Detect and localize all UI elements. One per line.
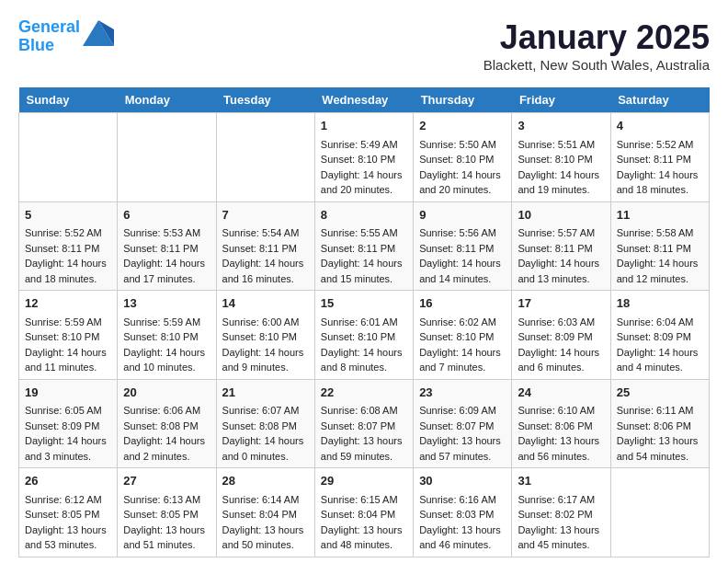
calendar-cell: 28Sunrise: 6:14 AMSunset: 8:04 PMDayligh… xyxy=(216,468,314,557)
calendar-cell: 13Sunrise: 5:59 AMSunset: 8:10 PMDayligh… xyxy=(118,291,216,380)
day-number: 19 xyxy=(25,384,111,402)
day-info: Sunset: 8:06 PM xyxy=(518,419,604,434)
calendar-cell xyxy=(216,113,314,202)
weekday-header: Wednesday xyxy=(314,87,413,113)
logo-icon xyxy=(83,20,114,46)
day-number: 29 xyxy=(321,472,407,490)
logo-line1: General xyxy=(18,17,80,36)
calendar-cell: 21Sunrise: 6:07 AMSunset: 8:08 PMDayligh… xyxy=(216,379,314,468)
day-info: Sunrise: 5:58 AM xyxy=(617,225,703,241)
calendar-cell xyxy=(610,468,709,557)
calendar-week-row: 19Sunrise: 6:05 AMSunset: 8:09 PMDayligh… xyxy=(19,379,710,468)
page-header: General Blue January 2025 Blackett, New … xyxy=(18,18,710,73)
day-info: Sunrise: 6:03 AM xyxy=(518,315,604,330)
day-info: Sunset: 8:11 PM xyxy=(419,241,506,257)
day-info: Sunset: 8:11 PM xyxy=(617,241,703,257)
calendar-cell: 22Sunrise: 6:08 AMSunset: 8:07 PMDayligh… xyxy=(314,379,413,468)
day-info: Daylight: 14 hours and 8 minutes. xyxy=(321,345,407,375)
day-info: Daylight: 14 hours and 10 minutes. xyxy=(123,345,210,375)
day-info: Daylight: 14 hours and 17 minutes. xyxy=(123,256,210,286)
day-number: 10 xyxy=(518,206,604,224)
day-info: Daylight: 14 hours and 11 minutes. xyxy=(25,345,111,375)
day-info: Sunrise: 5:59 AM xyxy=(123,315,210,330)
logo-text: General Blue xyxy=(18,18,80,55)
day-info: Daylight: 13 hours and 54 minutes. xyxy=(617,433,703,464)
day-info: Sunset: 8:04 PM xyxy=(222,507,309,523)
day-info: Sunrise: 6:16 AM xyxy=(419,492,506,508)
day-number: 25 xyxy=(617,384,703,402)
day-info: Daylight: 14 hours and 19 minutes. xyxy=(518,167,604,198)
day-info: Daylight: 14 hours and 18 minutes. xyxy=(617,167,703,198)
day-info: Sunrise: 5:57 AM xyxy=(518,225,604,241)
day-info: Sunrise: 6:07 AM xyxy=(222,403,309,419)
calendar-cell: 31Sunrise: 6:17 AMSunset: 8:02 PMDayligh… xyxy=(512,468,610,557)
day-number: 20 xyxy=(123,384,210,402)
calendar-week-row: 1Sunrise: 5:49 AMSunset: 8:10 PMDaylight… xyxy=(19,113,710,202)
day-info: Sunset: 8:08 PM xyxy=(123,419,210,434)
day-info: Sunrise: 6:01 AM xyxy=(321,315,407,330)
calendar-cell: 15Sunrise: 6:01 AMSunset: 8:10 PMDayligh… xyxy=(314,291,413,380)
day-info: Sunrise: 6:10 AM xyxy=(518,403,604,419)
day-info: Sunset: 8:11 PM xyxy=(123,241,210,257)
day-info: Sunset: 8:11 PM xyxy=(617,152,703,167)
day-info: Sunset: 8:09 PM xyxy=(617,329,703,345)
day-number: 28 xyxy=(222,472,309,490)
day-info: Sunset: 8:10 PM xyxy=(25,329,111,345)
day-info: Sunrise: 5:56 AM xyxy=(419,225,506,241)
day-number: 31 xyxy=(518,472,604,490)
weekday-header: Friday xyxy=(512,87,610,113)
logo: General Blue xyxy=(18,18,114,55)
calendar-cell: 18Sunrise: 6:04 AMSunset: 8:09 PMDayligh… xyxy=(610,291,709,380)
day-number: 26 xyxy=(25,472,111,490)
calendar-week-row: 12Sunrise: 5:59 AMSunset: 8:10 PMDayligh… xyxy=(19,291,710,380)
day-info: Sunrise: 6:04 AM xyxy=(617,315,703,330)
day-info: Daylight: 13 hours and 46 minutes. xyxy=(419,523,506,553)
location: Blackett, New South Wales, Australia xyxy=(483,57,710,73)
day-number: 3 xyxy=(518,117,604,135)
day-info: Daylight: 13 hours and 51 minutes. xyxy=(123,523,210,553)
day-info: Sunset: 8:10 PM xyxy=(222,329,309,345)
weekday-header-row: SundayMondayTuesdayWednesdayThursdayFrid… xyxy=(19,87,710,113)
day-info: Daylight: 14 hours and 15 minutes. xyxy=(321,256,407,286)
calendar-cell: 3Sunrise: 5:51 AMSunset: 8:10 PMDaylight… xyxy=(512,113,610,202)
day-info: Daylight: 13 hours and 59 minutes. xyxy=(321,433,407,464)
day-info: Sunset: 8:05 PM xyxy=(25,507,111,523)
day-info: Daylight: 14 hours and 9 minutes. xyxy=(222,345,309,375)
day-info: Daylight: 14 hours and 3 minutes. xyxy=(25,433,111,464)
day-number: 6 xyxy=(123,206,210,224)
month-title: January 2025 xyxy=(483,18,710,57)
day-info: Sunrise: 6:06 AM xyxy=(123,403,210,419)
day-info: Sunrise: 6:14 AM xyxy=(222,492,309,508)
day-info: Sunset: 8:05 PM xyxy=(123,507,210,523)
day-info: Sunset: 8:10 PM xyxy=(123,329,210,345)
calendar-cell: 10Sunrise: 5:57 AMSunset: 8:11 PMDayligh… xyxy=(512,201,610,291)
weekday-header: Monday xyxy=(118,87,216,113)
calendar-cell: 14Sunrise: 6:00 AMSunset: 8:10 PMDayligh… xyxy=(216,291,314,380)
day-info: Daylight: 14 hours and 2 minutes. xyxy=(123,433,210,464)
calendar-cell: 24Sunrise: 6:10 AMSunset: 8:06 PMDayligh… xyxy=(512,379,610,468)
day-info: Sunset: 8:11 PM xyxy=(222,241,309,257)
day-info: Sunrise: 5:52 AM xyxy=(617,137,703,153)
calendar-cell: 6Sunrise: 5:53 AMSunset: 8:11 PMDaylight… xyxy=(118,201,216,291)
day-number: 1 xyxy=(321,117,407,135)
day-info: Daylight: 14 hours and 12 minutes. xyxy=(617,256,703,286)
day-number: 23 xyxy=(419,384,506,402)
day-info: Daylight: 14 hours and 0 minutes. xyxy=(222,433,309,464)
day-info: Sunset: 8:09 PM xyxy=(518,329,604,345)
day-info: Sunrise: 6:17 AM xyxy=(518,492,604,508)
day-info: Daylight: 13 hours and 50 minutes. xyxy=(222,523,309,553)
day-info: Daylight: 13 hours and 48 minutes. xyxy=(321,523,407,553)
weekday-header: Thursday xyxy=(414,87,512,113)
calendar-cell: 25Sunrise: 6:11 AMSunset: 8:06 PMDayligh… xyxy=(610,379,709,468)
day-number: 17 xyxy=(518,294,604,313)
calendar-cell: 5Sunrise: 5:52 AMSunset: 8:11 PMDaylight… xyxy=(19,201,118,291)
calendar-cell xyxy=(118,113,216,202)
calendar-cell: 23Sunrise: 6:09 AMSunset: 8:07 PMDayligh… xyxy=(414,379,512,468)
day-info: Sunset: 8:02 PM xyxy=(518,507,604,523)
day-info: Daylight: 14 hours and 20 minutes. xyxy=(419,167,506,198)
weekday-header: Sunday xyxy=(19,87,118,113)
day-info: Sunrise: 5:51 AM xyxy=(518,137,604,153)
day-info: Sunrise: 6:05 AM xyxy=(25,403,111,419)
day-info: Sunset: 8:08 PM xyxy=(222,419,309,434)
calendar-cell: 16Sunrise: 6:02 AMSunset: 8:10 PMDayligh… xyxy=(414,291,512,380)
